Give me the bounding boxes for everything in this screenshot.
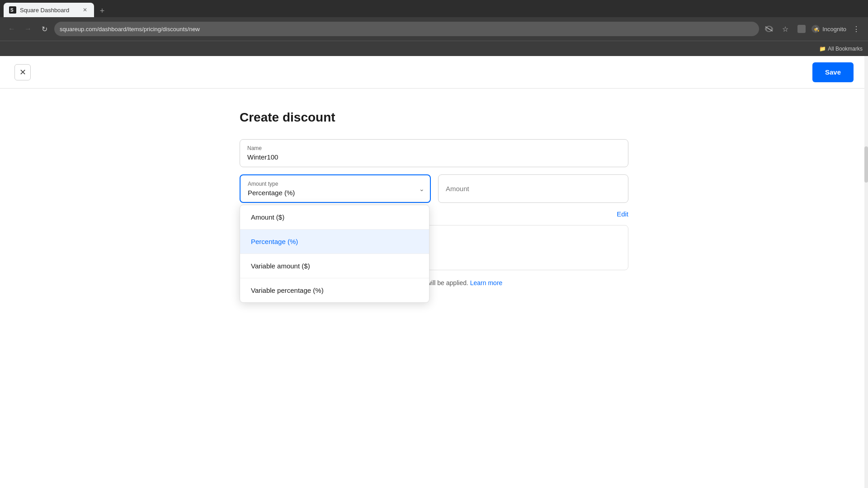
tab-favicon: S	[9, 6, 16, 14]
save-button[interactable]: Save	[812, 62, 854, 82]
name-input[interactable]	[247, 153, 621, 161]
name-field[interactable]: Name	[240, 139, 628, 167]
menu-button[interactable]: ⋮	[850, 23, 863, 35]
svg-text:🕵: 🕵	[813, 26, 820, 32]
amount-field[interactable]	[438, 174, 628, 203]
amount-type-label: Amount type	[248, 181, 423, 187]
back-button[interactable]: ←	[5, 23, 18, 35]
bookmarks-bar: 📁 All Bookmarks	[0, 41, 868, 56]
dropdown-item-variable-percentage[interactable]: Variable percentage (%)	[240, 278, 429, 302]
tab-title: Square Dashboard	[20, 7, 78, 14]
amount-input[interactable]	[446, 185, 621, 192]
forward-button[interactable]: →	[22, 23, 34, 35]
dropdown-menu: Amount ($) Percentage (%) Variable amoun…	[240, 205, 429, 303]
address-text: squareup.com/dashboard/items/pricing/dis…	[60, 26, 200, 33]
new-tab-button[interactable]: +	[96, 5, 108, 17]
dropdown-item-amount[interactable]: Amount ($)	[240, 205, 429, 230]
dropdown-item-percentage[interactable]: Percentage (%)	[240, 230, 429, 254]
scrollbar[interactable]	[864, 56, 868, 488]
amount-type-field[interactable]: Amount type Percentage (%) ⌄	[240, 174, 431, 203]
incognito-label: Incognito	[822, 26, 846, 33]
page-header: ✕ Save	[0, 56, 868, 89]
incognito-badge: 🕵 Incognito	[811, 25, 846, 33]
svg-text:S: S	[10, 8, 14, 13]
edit-link[interactable]: Edit	[617, 210, 628, 218]
type-amount-row: Amount type Percentage (%) ⌄ Amount ($) …	[240, 174, 628, 203]
bookmarks-label: 📁 All Bookmarks	[819, 46, 863, 52]
profile-icon[interactable]	[795, 23, 808, 35]
name-label: Name	[247, 145, 621, 151]
learn-more-link[interactable]: Learn more	[470, 279, 503, 286]
reload-button[interactable]: ↻	[38, 23, 51, 35]
svg-rect-3	[797, 25, 806, 33]
amount-type-value: Percentage (%)	[248, 189, 423, 197]
chevron-up-icon: ⌄	[419, 185, 425, 192]
close-button[interactable]: ✕	[14, 64, 31, 80]
star-icon[interactable]: ☆	[779, 23, 792, 35]
address-bar[interactable]: squareup.com/dashboard/items/pricing/dis…	[54, 22, 759, 36]
tab-close-button[interactable]: ✕	[81, 6, 89, 14]
active-tab[interactable]: S Square Dashboard ✕	[4, 3, 94, 17]
scrollbar-thumb[interactable]	[864, 146, 868, 183]
page-title: Create discount	[240, 110, 628, 125]
dropdown-item-variable-amount[interactable]: Variable amount ($)	[240, 254, 429, 278]
eye-slash-icon	[763, 23, 775, 35]
